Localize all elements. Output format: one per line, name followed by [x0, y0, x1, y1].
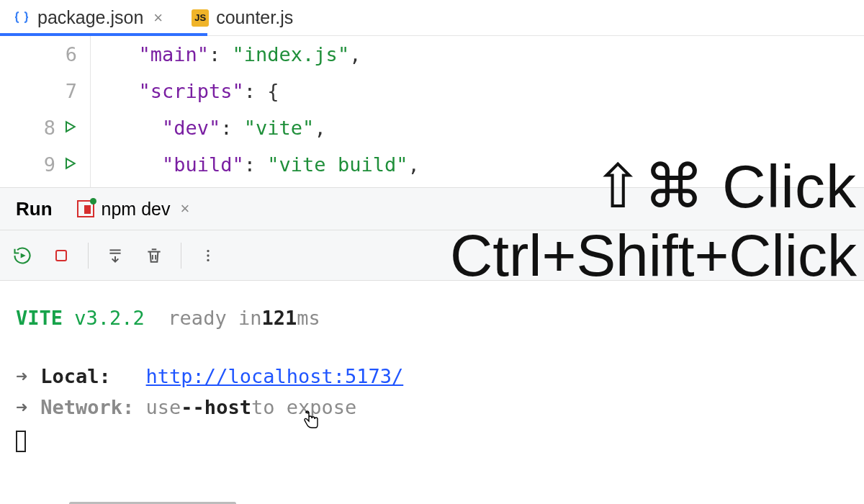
active-tab-underline [0, 33, 207, 36]
editor-tab-label: package.json [37, 7, 143, 28]
svg-point-3 [207, 258, 209, 261]
run-toolbar [0, 230, 864, 281]
close-icon[interactable]: × [177, 199, 192, 218]
run-tab-label: npm dev [102, 199, 171, 220]
more-actions-button[interactable] [196, 243, 220, 268]
run-tab-npm-dev[interactable]: npm dev × [68, 188, 202, 230]
js-file-icon: JS [192, 9, 209, 27]
clear-button[interactable] [142, 243, 166, 268]
close-icon[interactable]: × [150, 9, 166, 27]
terminal-line: VITE v3.2.2 ready in 121 ms [16, 302, 848, 333]
code-line[interactable]: "build": "vite build", [115, 146, 864, 183]
run-line-icon[interactable] [63, 120, 77, 137]
run-panel-title: Run [0, 198, 68, 220]
json-file-icon [13, 9, 30, 27]
run-panel-tabbar: Run npm dev × [0, 187, 864, 230]
svg-rect-0 [56, 251, 66, 261]
line-number: 9 [44, 153, 55, 176]
local-url-link[interactable]: http://localhost:5173/ [146, 361, 404, 392]
toolbar-separator [88, 243, 89, 269]
gutter-row: 7 [0, 73, 90, 109]
ready-ms: 121 [261, 302, 297, 333]
code-line[interactable]: "scripts": { [115, 73, 864, 109]
terminal-output[interactable]: VITE v3.2.2 ready in 121 ms ➜ Local: htt… [0, 281, 864, 482]
terminal-line-local: ➜ Local: http://localhost:5173/ [16, 361, 848, 392]
arrow-icon: ➜ [16, 361, 40, 392]
code-line[interactable]: "main": "index.js", [115, 36, 864, 73]
run-line-icon[interactable] [63, 156, 77, 174]
vite-name: VITE [16, 302, 63, 333]
ready-prefix: ready in [168, 302, 261, 333]
gutter-row: 6 [0, 36, 90, 73]
network-label: Network: [40, 392, 134, 423]
rerun-button[interactable] [10, 243, 35, 268]
code-editor[interactable]: 6 7 8 9 "main": "index.js", "scripts": {… [0, 36, 864, 187]
network-text-prefix: use [146, 392, 181, 423]
ready-suffix: ms [297, 302, 320, 333]
editor-tab-bar: package.json × JS counter.js [0, 0, 864, 36]
terminal-line-network: ➜ Network: use --host to expose [16, 392, 848, 423]
svg-point-2 [207, 254, 209, 256]
editor-tab-package-json[interactable]: package.json × [0, 0, 179, 35]
toolbar-separator [181, 243, 181, 269]
local-label: Local: [40, 361, 111, 392]
network-text-suffix: to expose [251, 392, 356, 423]
gutter-row: 9 [0, 146, 90, 183]
code-line[interactable]: "dev": "vite", [115, 109, 864, 146]
line-number: 8 [44, 117, 55, 139]
line-number: 6 [66, 43, 77, 66]
terminal-cursor [16, 431, 26, 452]
scroll-to-end-button[interactable] [103, 243, 127, 268]
code-lines[interactable]: "main": "index.js", "scripts": { "dev": … [91, 36, 864, 187]
vite-version: v3.2.2 [74, 302, 145, 333]
editor-tab-label: counter.js [216, 7, 293, 28]
network-flag: --host [181, 392, 251, 423]
npm-icon [77, 200, 94, 217]
arrow-icon: ➜ [16, 392, 40, 423]
stop-button[interactable] [49, 243, 73, 268]
svg-point-1 [207, 249, 209, 251]
editor-gutter: 6 7 8 9 [0, 36, 91, 187]
line-number: 7 [66, 80, 77, 102]
gutter-row: 8 [0, 109, 90, 146]
editor-tab-counter-js[interactable]: JS counter.js [179, 0, 306, 35]
